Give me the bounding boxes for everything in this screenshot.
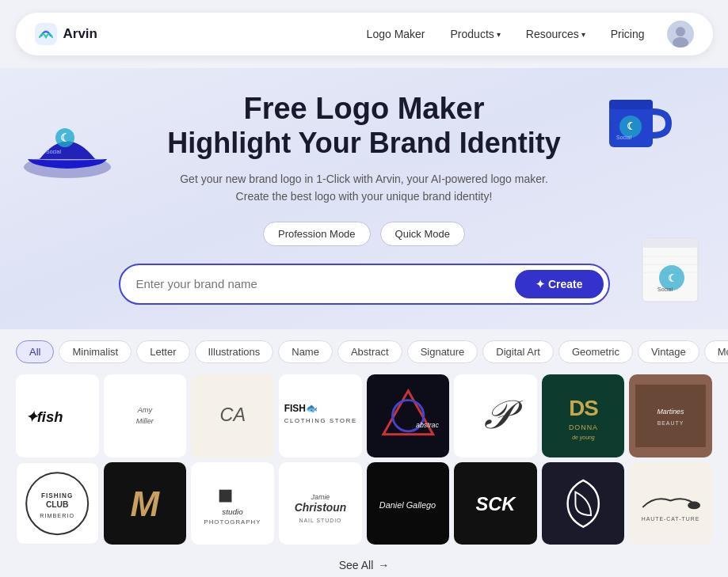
- svg-text:Social: Social: [616, 135, 632, 140]
- profession-mode-button[interactable]: Profession Mode: [263, 222, 371, 246]
- svg-text:Martines: Martines: [657, 408, 685, 416]
- list-item[interactable]: 𝒫: [454, 374, 537, 457]
- list-item[interactable]: FISH🐟 CLOTHING STORE: [279, 374, 362, 457]
- svg-text:DONNA: DONNA: [569, 423, 598, 431]
- cat-all[interactable]: All: [16, 340, 54, 363]
- svg-rect-9: [609, 100, 653, 109]
- cat-letter[interactable]: Letter: [136, 340, 189, 363]
- cat-geometric[interactable]: Geometric: [558, 340, 633, 363]
- list-item[interactable]: studio PHOTOGRAPHY: [191, 462, 274, 545]
- quick-mode-button[interactable]: Quick Mode: [380, 222, 465, 246]
- hero-search-bar: ✦ Create: [119, 264, 610, 305]
- nav-link-resources[interactable]: Resources ▾: [515, 23, 597, 45]
- svg-text:BEAUTY: BEAUTY: [657, 420, 684, 426]
- list-item[interactable]: M: [104, 462, 187, 545]
- svg-rect-14: [642, 238, 698, 248]
- svg-text:DS: DS: [569, 396, 598, 420]
- nav-link-pricing[interactable]: Pricing: [600, 23, 656, 45]
- svg-text:Social: Social: [46, 149, 62, 154]
- nav-links: Logo Maker Products ▾ Resources ▾ Pricin…: [356, 23, 656, 45]
- svg-text:SCK: SCK: [475, 495, 516, 515]
- list-item[interactable]: Martines BEAUTY: [629, 374, 712, 457]
- svg-text:☾: ☾: [60, 131, 71, 144]
- see-all-row: See All →: [0, 549, 728, 577]
- cat-vintage[interactable]: Vintage: [638, 340, 699, 363]
- list-item[interactable]: SCK: [454, 462, 537, 545]
- svg-text:HAUTE-CAT-TURE: HAUTE-CAT-TURE: [642, 517, 700, 522]
- chevron-down-icon: ▾: [497, 30, 501, 39]
- svg-text:CLOTHING STORE: CLOTHING STORE: [284, 417, 357, 424]
- list-item[interactable]: Amy Miller: [104, 374, 187, 457]
- svg-rect-42: [219, 490, 232, 503]
- see-all-label: See All: [339, 559, 374, 571]
- navbar: Arvin Logo Maker Products ▾ Resources ▾ …: [16, 13, 713, 55]
- svg-text:M: M: [131, 484, 161, 523]
- list-item[interactable]: Jamie Christoun NAIL STUDIO: [279, 462, 362, 545]
- hero-section: ☾ Social ☾ Social ☾ Social Free Logo Mak…: [0, 68, 728, 329]
- svg-text:RIMBERIO: RIMBERIO: [40, 512, 74, 518]
- cat-digital-art[interactable]: Digital Art: [482, 340, 554, 363]
- deco-hat: ☾ Social: [16, 92, 119, 187]
- cat-minimalist[interactable]: Minimalist: [59, 340, 131, 363]
- chevron-down-icon: ▾: [581, 30, 585, 39]
- deco-notebook: ☾ Social: [638, 234, 706, 306]
- cat-abstract[interactable]: Abstract: [337, 340, 402, 363]
- nav-logo-text: Arvin: [63, 26, 97, 42]
- svg-text:PHOTOGRAPHY: PHOTOGRAPHY: [204, 519, 261, 526]
- svg-text:CLUB: CLUB: [46, 500, 68, 509]
- avatar[interactable]: [667, 21, 694, 47]
- svg-rect-0: [35, 23, 57, 45]
- nav-link-products[interactable]: Products ▾: [440, 23, 512, 45]
- logo-grid: ✦fish Amy Miller CA FISH🐟 CLOTHING STORE…: [0, 370, 728, 549]
- list-item[interactable]: Daniel Gallego: [367, 462, 450, 545]
- svg-text:de young: de young: [572, 435, 595, 441]
- cat-modern[interactable]: Modern: [704, 340, 728, 363]
- svg-text:Christoun: Christoun: [295, 502, 346, 514]
- see-all-arrow-icon: →: [378, 559, 389, 571]
- cat-signature[interactable]: Signature: [407, 340, 478, 363]
- create-button[interactable]: ✦ Create: [515, 270, 603, 298]
- svg-text:☾: ☾: [627, 120, 636, 132]
- see-all-button[interactable]: See All →: [339, 559, 390, 571]
- svg-point-2: [676, 27, 685, 36]
- svg-text:Jamie: Jamie: [310, 493, 330, 501]
- svg-text:CA: CA: [219, 404, 246, 425]
- svg-text:☾: ☾: [668, 272, 677, 284]
- cat-illustrations[interactable]: Illustrations: [195, 340, 274, 363]
- svg-text:FISH🐟: FISH🐟: [284, 403, 318, 415]
- list-item[interactable]: DS DONNA de young: [542, 374, 625, 457]
- svg-text:𝒫: 𝒫: [481, 393, 522, 437]
- list-item[interactable]: HAUTE-CAT-TURE: [629, 462, 712, 545]
- svg-text:Miller: Miller: [136, 417, 154, 425]
- svg-text:Social: Social: [657, 287, 673, 292]
- brand-name-input[interactable]: [136, 277, 508, 290]
- svg-text:Daniel Gallego: Daniel Gallego: [379, 501, 436, 511]
- hero-description: Get your new brand logo in 1-Click with …: [166, 170, 562, 206]
- nav-logo[interactable]: Arvin: [35, 23, 97, 45]
- list-item[interactable]: ✦fish: [16, 374, 99, 457]
- list-item[interactable]: [542, 462, 625, 545]
- svg-point-50: [688, 502, 700, 510]
- list-item[interactable]: CA: [191, 374, 274, 457]
- svg-text:studio: studio: [222, 508, 243, 517]
- svg-text:✦fish: ✦fish: [25, 409, 63, 426]
- svg-text:FISHING: FISHING: [41, 492, 73, 499]
- hero-mode-buttons: Profession Mode Quick Mode: [16, 222, 712, 246]
- svg-text:NAIL STUDIO: NAIL STUDIO: [299, 518, 341, 524]
- svg-text:Amy: Amy: [137, 406, 154, 414]
- cat-name[interactable]: Name: [278, 340, 333, 363]
- arvin-logo-icon: [35, 23, 57, 45]
- list-item[interactable]: abstract: [367, 374, 450, 457]
- categories-bar: All Minimalist Letter Illustrations Name…: [0, 329, 728, 370]
- svg-text:abstract: abstract: [416, 421, 439, 429]
- deco-mug: ☾ Social: [597, 84, 677, 159]
- nav-link-logo-maker[interactable]: Logo Maker: [356, 23, 436, 45]
- list-item[interactable]: FISHING CLUB RIMBERIO: [16, 462, 99, 545]
